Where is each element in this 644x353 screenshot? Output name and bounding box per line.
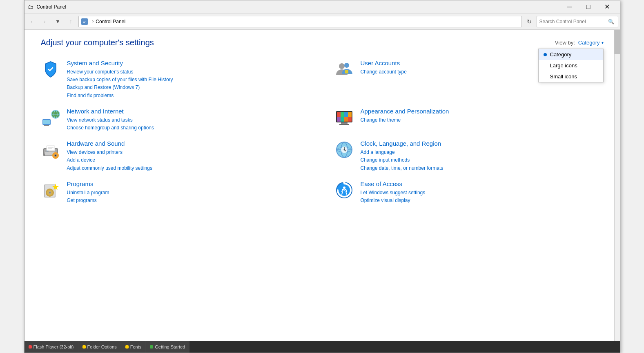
small-icons-bullet xyxy=(544,75,547,78)
path-icon xyxy=(81,18,88,25)
forward-button[interactable]: › xyxy=(39,16,51,27)
path-separator: > xyxy=(92,19,94,24)
programs-title[interactable]: Programs xyxy=(67,180,310,187)
svg-rect-25 xyxy=(339,124,349,125)
window-title: Control Panel xyxy=(37,4,67,10)
title-bar: 🗂 Control Panel ─ □ ✕ xyxy=(25,0,620,13)
svg-point-36 xyxy=(55,155,56,156)
svg-point-55 xyxy=(343,186,345,189)
page-title: Adjust your computer's settings xyxy=(41,38,154,47)
svg-point-51 xyxy=(49,192,51,193)
up-button[interactable]: ↑ xyxy=(65,16,77,27)
category-hardware-sound: Hardware and Sound View devices and prin… xyxy=(41,140,310,172)
network-internet-title[interactable]: Network and Internet xyxy=(67,108,310,115)
hardware-link-2[interactable]: Add a device xyxy=(67,156,310,164)
system-security-link-3[interactable]: Backup and Restore (Windows 7) xyxy=(67,84,310,91)
clock-language-content: Clock, Language, and Region Add a langua… xyxy=(361,140,604,172)
category-system-security: System and Security Review your computer… xyxy=(41,60,310,100)
category-clock-language: Clock, Language, and Region Add a langua… xyxy=(334,140,604,172)
address-path[interactable]: > Control Panel xyxy=(78,16,522,27)
dropdown-item-large-icons[interactable]: Large icons xyxy=(539,60,603,71)
hardware-sound-title[interactable]: Hardware and Sound xyxy=(67,140,310,147)
user-accounts-icon xyxy=(334,60,354,79)
scrollbar-thumb[interactable] xyxy=(615,30,620,54)
dropdown-label-large-icons: Large icons xyxy=(550,62,577,69)
taskbar-icon-getting-started xyxy=(150,345,153,349)
taskbar-item-getting-started[interactable]: Getting Started xyxy=(146,341,189,353)
ease-of-access-title[interactable]: Ease of Access xyxy=(361,180,604,187)
taskbar-label-fonts: Fonts xyxy=(130,344,142,349)
page-header: Adjust your computer's settings View by:… xyxy=(41,38,604,47)
programs-link-2[interactable]: Get programs xyxy=(67,197,310,204)
svg-rect-2 xyxy=(83,22,86,22)
clock-language-icon xyxy=(334,140,354,160)
clock-link-2[interactable]: Change input methods xyxy=(361,156,604,164)
svg-rect-23 xyxy=(348,117,352,122)
close-button[interactable]: ✕ xyxy=(598,0,617,13)
taskbar-item-flash-player[interactable]: Flash Player (32-bit) xyxy=(25,341,78,353)
large-icons-bullet xyxy=(544,64,547,67)
dropdown-item-small-icons[interactable]: Small icons xyxy=(539,71,603,82)
hardware-link-1[interactable]: View devices and printers xyxy=(67,149,310,156)
category-ease-of-access: Ease of Access Let Windows suggest setti… xyxy=(334,180,604,204)
search-icon[interactable]: 🔍 xyxy=(607,18,615,26)
title-bar-controls: ─ □ ✕ xyxy=(560,0,617,13)
network-link-1[interactable]: View network status and tasks xyxy=(67,116,310,124)
system-security-link-2[interactable]: Save backup copies of your files with Fi… xyxy=(67,76,310,84)
clock-link-3[interactable]: Change date, time, or number formats xyxy=(361,164,604,172)
svg-rect-3 xyxy=(83,22,85,23)
view-by-value: Category xyxy=(578,40,600,46)
svg-rect-1 xyxy=(83,21,86,21)
categories-grid: System and Security Review your computer… xyxy=(41,60,604,204)
svg-rect-17 xyxy=(341,112,344,117)
dropdown-item-category[interactable]: Category xyxy=(539,49,603,60)
taskbar-label-flash: Flash Player (32-bit) xyxy=(33,344,74,349)
svg-point-45 xyxy=(343,149,345,151)
refresh-button[interactable]: ↻ xyxy=(524,16,535,27)
view-by-label: View by: xyxy=(555,40,575,46)
ease-of-access-content: Ease of Access Let Windows suggest setti… xyxy=(361,180,604,204)
appearance-link-1[interactable]: Change the theme xyxy=(361,116,604,124)
path-label: Control Panel xyxy=(96,19,125,24)
minimize-button[interactable]: ─ xyxy=(560,0,579,13)
category-network-internet: Network and Internet View network status… xyxy=(41,108,310,132)
clock-link-1[interactable]: Add a language xyxy=(361,149,604,156)
system-security-title[interactable]: System and Security xyxy=(67,60,310,67)
network-internet-content: Network and Internet View network status… xyxy=(67,108,310,132)
window-icon: 🗂 xyxy=(28,4,33,10)
taskbar-label-folder-options: Folder Options xyxy=(87,344,117,349)
view-by-control: View by: Category ▾ Category Large xyxy=(555,40,604,46)
taskbar-icon-folder-options xyxy=(82,345,86,349)
back-button[interactable]: ‹ xyxy=(26,16,38,27)
maximize-button[interactable]: □ xyxy=(579,0,598,13)
svg-rect-24 xyxy=(341,122,348,124)
dropdown-label-category: Category xyxy=(550,51,572,58)
system-security-link-4[interactable]: Find and fix problems xyxy=(67,92,310,100)
main-window: Adjust your computer's settings View by:… xyxy=(25,30,620,342)
scrollbar[interactable] xyxy=(614,30,620,341)
ease-link-1[interactable]: Let Windows suggest settings xyxy=(361,189,604,197)
appearance-title[interactable]: Appearance and Personalization xyxy=(361,108,604,115)
taskbar-item-folder-options[interactable]: Folder Options xyxy=(78,341,121,353)
taskbar: Flash Player (32-bit) Folder Options Fon… xyxy=(25,341,620,353)
svg-rect-16 xyxy=(337,112,341,117)
system-security-content: System and Security Review your computer… xyxy=(67,60,310,100)
clock-language-title[interactable]: Clock, Language, and Region xyxy=(361,140,604,147)
dropdown-button[interactable]: ▼ xyxy=(52,16,64,27)
ease-link-2[interactable]: Optimize visual display xyxy=(361,197,604,204)
taskbar-item-fonts[interactable]: Fonts xyxy=(121,341,146,353)
svg-rect-8 xyxy=(43,120,50,124)
programs-link-1[interactable]: Uninstall a program xyxy=(67,189,310,197)
category-programs: Programs Uninstall a program Get program… xyxy=(41,180,310,204)
taskbar-icon-fonts xyxy=(125,345,129,349)
view-by-dropdown[interactable]: Category ▾ xyxy=(578,40,604,46)
hardware-sound-icon xyxy=(41,140,60,160)
system-security-link-1[interactable]: Review your computer's status xyxy=(67,68,310,76)
search-input[interactable] xyxy=(539,19,607,24)
programs-content: Programs Uninstall a program Get program… xyxy=(67,180,310,204)
svg-rect-22 xyxy=(344,117,348,122)
network-link-2[interactable]: Choose homegroup and sharing options xyxy=(67,124,310,132)
hardware-link-3[interactable]: Adjust commonly used mobility settings xyxy=(67,164,310,172)
svg-point-4 xyxy=(339,63,345,69)
svg-point-5 xyxy=(344,63,349,68)
